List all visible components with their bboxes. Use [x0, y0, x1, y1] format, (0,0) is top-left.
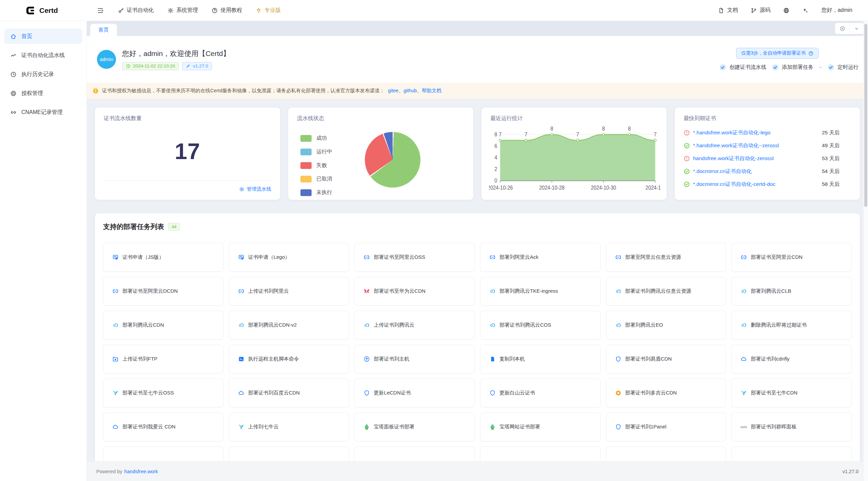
task-card[interactable]: Synology部署证书到群晖面板	[731, 412, 852, 441]
pie-legend: 成功运行中失败已取消未执行	[300, 135, 332, 196]
task-card[interactable]: 部署到腾讯云EO	[606, 311, 726, 340]
app-name: Certd	[39, 6, 58, 15]
menu-item-tutorial[interactable]: 使用教程	[206, 0, 248, 21]
alert-link[interactable]: 帮助文档	[422, 88, 441, 93]
scrollbar-thumb[interactable]	[864, 24, 867, 207]
menu-item-pro[interactable]: 专业版	[250, 0, 286, 21]
avatar[interactable]: admin	[97, 50, 116, 69]
task-card[interactable]: 上传到七牛云	[229, 412, 349, 441]
task-card[interactable]: 更新LeCDN证书	[354, 379, 475, 407]
sidebar-item[interactable]: CNAME记录管理	[4, 104, 82, 120]
top-right-docs[interactable]: 文档	[713, 0, 743, 21]
close-tabs-button[interactable]	[835, 23, 849, 34]
expiring-cert-link[interactable]: *.handsfree.work证书自动化--zerossl	[693, 142, 819, 149]
legend-item[interactable]: 成功	[300, 135, 332, 142]
sidebar-item[interactable]: 授权管理	[4, 85, 82, 101]
sidebar-item[interactable]: 证书自动化流水线	[4, 47, 82, 63]
alert-link[interactable]: github	[403, 88, 417, 93]
task-card[interactable]: 部署到腾讯云CDN	[103, 311, 223, 340]
task-card[interactable]: 宝塔面板证书部署	[354, 412, 475, 441]
task-card[interactable]: 上传证书到阿里云	[229, 277, 349, 306]
pipeline-count-value: 17	[104, 122, 271, 180]
expiring-cert-row: *.docmirror.cn证书自动化-certd-doc58 天后	[684, 179, 851, 189]
task-card[interactable]: 部署证书到腾讯云COS	[480, 311, 600, 340]
top-menu: 证书自动化系统管理使用教程专业版	[113, 0, 286, 21]
top-right-lang[interactable]	[778, 0, 795, 21]
svg-text:7: 7	[576, 131, 579, 137]
manage-pipelines-link[interactable]: 管理流水线	[239, 186, 272, 192]
task-card[interactable]: 部署证书至七牛CDN	[731, 379, 852, 407]
sidebar-item[interactable]: 首页	[4, 28, 82, 44]
menu-item-cert-auto[interactable]: 证书自动化	[113, 0, 159, 21]
guide-badge[interactable]: 仅需3步，全自动申请部署证书	[736, 48, 818, 59]
top-right-user[interactable]: 您好，admin	[816, 0, 858, 21]
guide-step: 定时运行	[827, 64, 859, 71]
task-card[interactable]: 部署到腾讯云CDN-v2	[229, 311, 349, 340]
task-label: 部署证书至阿里云OSS	[374, 254, 425, 261]
task-card[interactable]: 部署证书至阿里云OSS	[354, 243, 475, 272]
top-right-source[interactable]: 源码	[745, 0, 776, 21]
task-card[interactable]: 部署到阿里云Ack	[480, 243, 600, 272]
expiring-cert-link[interactable]: handsfree.work证书自动化-zerossl	[693, 155, 819, 162]
legend-item[interactable]: 运行中	[300, 148, 332, 155]
warning-icon	[93, 88, 99, 94]
legend-item[interactable]: 已取消	[300, 175, 332, 182]
legend-item[interactable]: 未执行	[300, 189, 332, 196]
task-card[interactable]: 更新白山云证书	[480, 379, 600, 407]
task-card[interactable]: 部署证书至阿里云CDN	[731, 243, 852, 272]
sidebar-collapse-button[interactable]	[97, 7, 104, 14]
alert-link[interactable]: gitee	[388, 88, 398, 93]
task-card[interactable]: 部署到腾讯云TKE-ingress	[480, 277, 600, 306]
task-card[interactable]: 部署证书到易盾CDN	[606, 345, 726, 373]
home-icon	[10, 33, 17, 40]
task-card[interactable]: 部署证书到百度云CDN	[229, 379, 349, 407]
expiring-cert-link[interactable]: *.handsfree.work证书自动化-lego	[693, 129, 819, 136]
sparkles-icon	[802, 7, 808, 14]
svg-text:2: 2	[494, 166, 497, 172]
expiring-certs-list: *.handsfree.work证书自动化-lego25 天后*.handsfr…	[684, 128, 851, 189]
task-grid: 证书申请（JS版）证书申请（Lego）部署证书至阿里云OSS部署到阿里云Ack部…	[103, 243, 852, 475]
task-card[interactable]: 部署证书到我爱云 CDN	[103, 412, 223, 441]
task-card[interactable]: 上传证书到FTP	[103, 345, 223, 373]
step-check-icon	[772, 64, 779, 71]
task-card[interactable]: 部署证书至阿里云DCDN	[103, 277, 223, 306]
tab-menu-button[interactable]	[849, 23, 864, 34]
task-label: 部署到腾讯云CDN	[122, 322, 164, 328]
expiring-cert-link[interactable]: *.docmirror.cn证书自动化-certd-doc	[693, 181, 819, 188]
powered-by-link[interactable]: handsfree.work	[124, 469, 158, 474]
footer-version: v1.27.0	[842, 469, 859, 474]
task-card[interactable]: 证书申请（Lego）	[229, 243, 349, 272]
task-card[interactable]: 部署证书到1Panel	[606, 412, 726, 441]
task-card[interactable]: 部署证书到cdnfly	[731, 345, 852, 373]
task-card[interactable]: 部署证书到腾讯云任意云资源	[606, 277, 726, 306]
task-card[interactable]: 证书申请（JS版）	[103, 243, 223, 272]
task-card[interactable]: 部署至阿里云任意云资源	[606, 243, 726, 272]
menu-item-system[interactable]: 系统管理	[162, 0, 203, 21]
sidebar-item[interactable]: 执行历史记录	[4, 66, 82, 82]
task-label: 部署证书至华为云CDN	[374, 288, 426, 294]
app-logo[interactable]: Certd	[0, 5, 87, 16]
doge-icon	[615, 390, 622, 396]
task-card[interactable]: 部署证书至七牛云OSS	[103, 379, 223, 407]
task-card[interactable]: 部署到腾讯云CLB	[731, 277, 852, 306]
svg-text:7: 7	[499, 131, 501, 137]
tab-home[interactable]: 首页	[90, 24, 117, 36]
task-label: 部署证书到群晖面板	[751, 424, 796, 430]
task-card[interactable]: 上传证书到腾讯云	[354, 311, 475, 340]
expiring-cert-days: 53 天后	[822, 155, 851, 162]
aliyun-icon	[363, 254, 370, 261]
task-card[interactable]: 部署证书至华为云CDN	[354, 277, 475, 306]
top-right-theme[interactable]	[797, 0, 814, 21]
task-card[interactable]: 执行远程主机脚本命令	[229, 345, 349, 373]
task-label: 部署证书到易盾CDN	[625, 356, 672, 362]
expiring-cert-link[interactable]: *.docmirror.cn证书自动化	[693, 168, 819, 175]
time-badge: 2024-11-02 22:10:20	[122, 62, 179, 70]
welcome-section: admin 您好，admin，欢迎使用【Certd】 2024-11-02 22…	[87, 36, 868, 83]
task-card[interactable]: 删除腾讯云即将过期证书	[731, 311, 852, 340]
task-card[interactable]: 部署证书到多吉云CDN	[606, 379, 726, 407]
tab-home-label: 首页	[98, 26, 109, 34]
task-card[interactable]: 部署证书到主机	[354, 345, 475, 373]
legend-item[interactable]: 失败	[300, 162, 332, 169]
task-card[interactable]: 复制到本机	[480, 345, 600, 373]
task-card[interactable]: 宝塔网站证书部署	[480, 412, 600, 441]
